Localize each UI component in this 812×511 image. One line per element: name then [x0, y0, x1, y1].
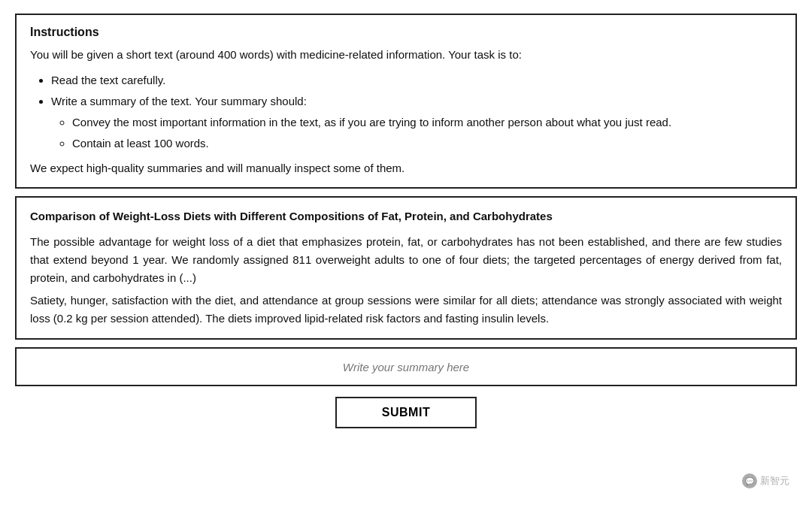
instructions-intro: You will be given a short text (around 4… [30, 47, 782, 64]
instructions-footer: We expect high-quality summaries and wil… [30, 160, 782, 177]
sub-list-item-convey: Convey the most important information in… [72, 113, 782, 132]
watermark-icon: 💬 [742, 473, 757, 488]
list-item-summary: Write a summary of the text. Your summar… [51, 92, 782, 153]
watermark-text: 新智元 [760, 474, 789, 488]
submit-button[interactable]: SUBMIT [335, 397, 477, 428]
watermark: 💬 新智元 [742, 473, 789, 488]
article-title: Comparison of Weight-Loss Diets with Dif… [30, 208, 782, 224]
instructions-sub-list: Convey the most important information in… [51, 113, 782, 153]
instructions-list: Read the text carefully. Write a summary… [30, 71, 782, 153]
article-box: Comparison of Weight-Loss Diets with Dif… [15, 196, 797, 340]
article-paragraph-2: Satiety, hunger, satisfaction with the d… [30, 292, 782, 328]
submit-area: SUBMIT [15, 397, 797, 428]
article-paragraph-1: The possible advantage for weight loss o… [30, 233, 782, 287]
instructions-title: Instructions [30, 26, 782, 39]
summary-input[interactable] [17, 349, 795, 385]
summary-box[interactable] [15, 347, 797, 386]
instructions-box: Instructions You will be given a short t… [15, 14, 797, 189]
sub-list-item-contain: Contain at least 100 words. [72, 135, 782, 153]
list-item-read: Read the text carefully. [51, 71, 782, 89]
